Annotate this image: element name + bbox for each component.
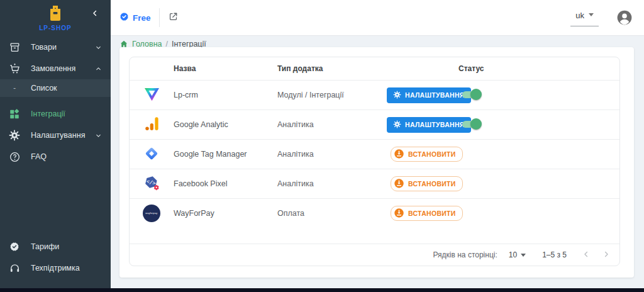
integration-type: Оплата [277, 209, 384, 218]
install-circle-icon [394, 208, 404, 219]
account-avatar[interactable] [616, 9, 633, 26]
configure-button-label: НАЛАШТУВАННЯ [405, 121, 465, 128]
sidebar-item-label: Замовлення [31, 64, 75, 73]
install-button-label: ВСТАНОВИТИ [408, 150, 456, 158]
install-circle-icon [394, 179, 404, 189]
chevron-up-icon [95, 65, 102, 72]
integration-type: Аналітика [277, 120, 384, 129]
gear-icon [393, 120, 401, 130]
configure-button-label: НАЛАШТУВАННЯ [405, 91, 465, 99]
rows-per-page-value: 10 [509, 250, 517, 259]
integration-type: Модулі / Інтеграції [277, 91, 384, 99]
orders-cart-icon [8, 63, 21, 75]
google-analytics-logo [144, 116, 160, 133]
chevron-left-icon [582, 250, 591, 261]
sidebar-item-label: Техпідтримка [31, 264, 80, 272]
sidebar-item-tariffs[interactable]: Тарифи [0, 236, 111, 257]
integrations-card: Назва Тип додатка Статус Lp-crm Модулі /… [119, 47, 634, 278]
lp-crm-logo [143, 86, 160, 104]
sidebar-footer: Тарифи Техпідтримка [0, 236, 111, 279]
sidebar-item-faq[interactable]: FAQ [0, 146, 111, 167]
pagination-bar: Рядків на сторінці: 10 1–5 з 5 [130, 244, 619, 266]
sidebar-item-label: Список [31, 84, 57, 93]
sidebar-header: LP-SHOP [0, 0, 111, 34]
chevron-down-icon [95, 44, 102, 51]
sidebar-item-label: Тарифи [31, 242, 59, 251]
column-header-name: Назва [174, 64, 277, 73]
products-box-icon [8, 42, 21, 53]
sidebar-item-integrations[interactable]: Інтеграції [0, 103, 111, 125]
table-row: Google Analytic Аналітика НАЛАШТУВАННЯ [130, 110, 619, 139]
sidebar: LP-SHOP Товари Замовлення [0, 0, 111, 288]
language-select[interactable]: uk [570, 9, 599, 26]
wayforpay-logo-text: wayforpay [145, 212, 157, 215]
install-button-label: ВСТАНОВИТИ [408, 180, 456, 188]
caret-down-icon [589, 13, 594, 16]
sidebar-item-label: FAQ [31, 152, 47, 161]
topbar: Free uk [111, 0, 644, 36]
column-header-type: Тип додатка [277, 64, 384, 73]
sidebar-item-orders-list[interactable]: - Список [0, 79, 111, 97]
integration-name: WayForPay [174, 209, 277, 218]
install-button[interactable]: ВСТАНОВИТИ [391, 206, 463, 221]
previous-page-button[interactable] [582, 250, 591, 261]
integration-type: Аналітика [277, 150, 384, 159]
plan-label: Free [133, 13, 151, 23]
status-toggle[interactable] [461, 89, 482, 100]
dash-bullet: - [8, 84, 21, 93]
integrations-table: Назва Тип додатка Статус Lp-crm Модулі /… [129, 57, 620, 266]
table-row: </> Facebook Pixel Аналітика ВСТАНОВИТИ [130, 169, 619, 198]
sidebar-item-products[interactable]: Товари [0, 36, 111, 58]
table-row: Lp-crm Модулі / Інтеграції НАЛАШТУВАННЯ [130, 80, 619, 110]
open-in-new-icon [168, 11, 179, 25]
status-toggle[interactable] [461, 118, 482, 130]
integration-name: Facebook Pixel [174, 179, 277, 188]
integrations-widgets-icon [8, 108, 21, 120]
table-filler [130, 228, 619, 244]
shop-bag-logo-icon [48, 5, 63, 24]
rows-per-page-label: Рядків на сторінці: [433, 250, 497, 259]
sidebar-item-support[interactable]: Техпідтримка [0, 257, 111, 279]
integration-name: Google Tag Manager [174, 150, 277, 159]
pagination-range: 1–5 з 5 [542, 250, 567, 259]
integration-name: Google Analytic [174, 120, 277, 129]
install-button[interactable]: ВСТАНОВИТИ [391, 176, 463, 191]
google-tag-manager-logo [143, 145, 160, 164]
support-headset-icon [8, 262, 21, 274]
bottom-window-edge [0, 288, 644, 292]
sidebar-nav: Товари Замовлення - Список Інтеграції [0, 36, 111, 167]
install-button[interactable]: ВСТАНОВИТИ [391, 147, 463, 162]
integration-type: Аналітика [277, 179, 384, 188]
account-circle-icon [616, 17, 633, 28]
sidebar-item-label: Товари [31, 43, 57, 52]
breadcrumb: Головна / Інтеграції [111, 36, 644, 48]
integration-name: Lp-crm [174, 91, 277, 99]
main-content: Головна / Інтеграції Назва Тип додатка С… [111, 36, 644, 288]
sidebar-item-label: Інтеграції [31, 110, 65, 118]
sidebar-collapse-button[interactable] [91, 9, 101, 19]
sidebar-item-orders[interactable]: Замовлення [0, 58, 111, 79]
install-button-label: ВСТАНОВИТИ [408, 210, 456, 217]
facebook-pixel-logo: </> [143, 174, 160, 193]
topbar-divider [159, 8, 160, 27]
logo-text: LP-SHOP [39, 25, 71, 31]
gear-icon [393, 91, 401, 100]
column-header-status: Статус [458, 64, 619, 73]
sidebar-item-settings[interactable]: Налаштування [0, 125, 111, 146]
rows-per-page-select[interactable]: 10 [509, 250, 526, 259]
install-circle-icon [394, 149, 404, 160]
plan-badge[interactable]: Free [119, 11, 151, 24]
faq-help-icon [8, 151, 21, 163]
caret-down-icon [521, 254, 526, 257]
table-row: Google Tag Manager Аналітика ВСТАНОВИТИ [130, 139, 619, 169]
next-page-button[interactable] [602, 250, 611, 261]
tariffs-badge-icon [8, 241, 21, 252]
chevron-left-icon [91, 9, 99, 20]
chevron-down-icon [95, 132, 102, 139]
settings-gear-icon [8, 130, 21, 141]
table-header-row: Назва Тип додатка Статус [130, 57, 619, 80]
sidebar-item-label: Налаштування [31, 131, 85, 140]
open-storefront-button[interactable] [168, 11, 179, 25]
table-row: wayforpay WayForPay Оплата ВСТАНОВИТИ [130, 198, 619, 228]
wayforpay-logo: wayforpay [143, 205, 160, 222]
